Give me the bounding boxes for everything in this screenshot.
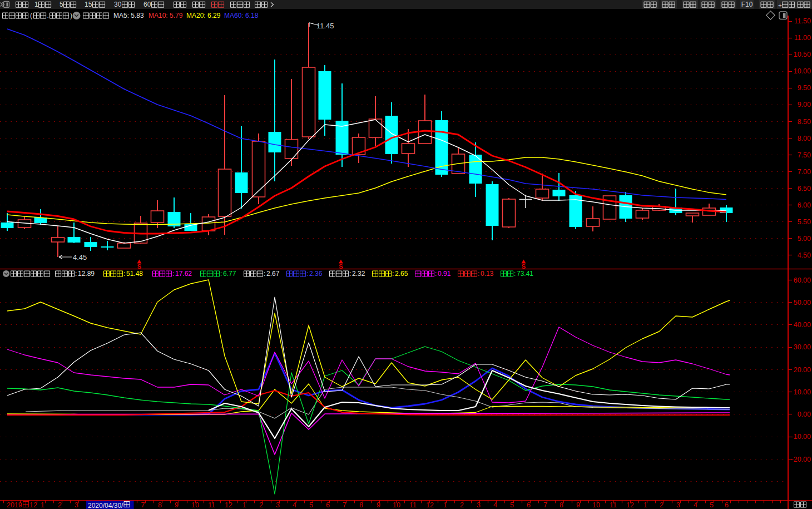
svg-text:4.45: 4.45 — [73, 253, 87, 261]
svg-text:6.00: 6.00 — [798, 201, 811, 209]
svg-text:7.50: 7.50 — [798, 151, 811, 159]
svg-text:MA10: 5.79: MA10: 5.79 — [148, 12, 183, 19]
svg-text:1: 1 — [41, 501, 44, 509]
svg-text:3: 3 — [676, 501, 680, 509]
svg-text:): ) — [70, 12, 72, 19]
svg-text:F10: F10 — [741, 1, 753, 8]
svg-text:0.00: 0.00 — [798, 411, 811, 418]
svg-text:6.50: 6.50 — [798, 185, 811, 192]
svg-text:6: 6 — [326, 501, 330, 509]
svg-text:10.00: 10.00 — [794, 67, 811, 75]
svg-text:73.41: 73.41 — [517, 270, 533, 278]
svg-text:4: 4 — [293, 501, 296, 509]
svg-text:2: 2 — [259, 501, 263, 509]
svg-text:15: 15 — [85, 1, 92, 8]
svg-text:60: 60 — [143, 1, 151, 8]
svg-text:12.89: 12.89 — [78, 270, 95, 278]
svg-text:5: 5 — [309, 501, 313, 509]
svg-text::: : — [220, 270, 222, 278]
svg-text:10.50: 10.50 — [794, 51, 811, 58]
svg-text:4: 4 — [694, 501, 697, 509]
svg-text:3: 3 — [75, 501, 78, 509]
svg-text:12: 12 — [626, 501, 634, 509]
svg-text:9.50: 9.50 — [798, 84, 811, 92]
svg-text:8.00: 8.00 — [798, 135, 811, 142]
svg-text:4: 4 — [493, 501, 497, 509]
svg-text:1: 1 — [643, 501, 647, 509]
svg-text:8: 8 — [560, 501, 563, 509]
svg-text:9: 9 — [175, 501, 179, 509]
svg-text:2: 2 — [660, 501, 664, 509]
svg-text:7.00: 7.00 — [798, 168, 811, 176]
svg-text:0.91: 0.91 — [438, 270, 451, 278]
svg-text:10.00: 10.00 — [794, 388, 811, 396]
svg-text:17.62: 17.62 — [175, 270, 192, 278]
svg-text:2.32: 2.32 — [352, 270, 365, 278]
svg-text:10: 10 — [191, 501, 199, 509]
svg-text::: : — [435, 270, 437, 278]
svg-text:2019: 2019 — [7, 501, 22, 509]
svg-text:11: 11 — [208, 501, 215, 509]
svg-text:2: 2 — [460, 501, 464, 509]
svg-text:8: 8 — [359, 501, 363, 509]
svg-text::: : — [172, 270, 174, 278]
svg-text:1: 1 — [34, 1, 38, 8]
svg-text:51.48: 51.48 — [126, 270, 143, 278]
svg-text:11: 11 — [409, 501, 417, 509]
svg-text:(: ( — [30, 12, 32, 19]
svg-text:5: 5 — [710, 501, 714, 509]
svg-text:1: 1 — [443, 501, 447, 509]
svg-text:5.50: 5.50 — [798, 218, 811, 226]
svg-text:9: 9 — [576, 501, 580, 509]
svg-text:2: 2 — [58, 501, 62, 509]
svg-text:.: . — [47, 12, 49, 19]
svg-text:1: 1 — [242, 501, 246, 509]
svg-text:11.50: 11.50 — [794, 17, 811, 25]
svg-text:50.00: 50.00 — [794, 299, 811, 307]
svg-text:MA60: 6.18: MA60: 6.18 — [224, 12, 259, 19]
svg-text:11.00: 11.00 — [794, 34, 811, 42]
svg-text:12: 12 — [29, 501, 37, 509]
svg-text:MA5: 5.83: MA5: 5.83 — [113, 12, 144, 19]
svg-text:6: 6 — [527, 501, 531, 509]
svg-text:2.36: 2.36 — [309, 270, 323, 278]
svg-text:8.50: 8.50 — [798, 118, 811, 126]
svg-text:20.00: 20.00 — [794, 366, 811, 374]
svg-text:11: 11 — [610, 501, 617, 509]
svg-text:2.67: 2.67 — [266, 270, 280, 278]
svg-text:0.13: 0.13 — [481, 270, 494, 278]
svg-text:10: 10 — [592, 501, 600, 509]
svg-text:9: 9 — [377, 501, 380, 509]
svg-text:12: 12 — [426, 501, 434, 509]
svg-text:8: 8 — [158, 501, 162, 509]
svg-text:5: 5 — [510, 501, 514, 509]
svg-text::: : — [392, 270, 394, 278]
svg-text:+: + — [778, 2, 782, 9]
svg-text:7: 7 — [343, 501, 346, 509]
svg-text::: : — [514, 270, 516, 278]
svg-text::: : — [306, 270, 308, 278]
svg-text:-20.00: -20.00 — [791, 456, 811, 463]
svg-text::: : — [123, 270, 125, 278]
svg-text:-10.00: -10.00 — [791, 433, 811, 441]
svg-text:2.65: 2.65 — [395, 270, 408, 278]
svg-text::: : — [264, 270, 265, 278]
svg-text:7: 7 — [141, 501, 145, 509]
svg-text:11.45: 11.45 — [316, 22, 334, 30]
svg-text:6: 6 — [725, 501, 729, 509]
svg-text:3: 3 — [477, 501, 481, 509]
svg-text:4.50: 4.50 — [798, 251, 811, 259]
svg-text:9.00: 9.00 — [798, 101, 811, 108]
svg-text::: : — [349, 270, 351, 278]
svg-text:MA20: 6.29: MA20: 6.29 — [186, 12, 221, 19]
svg-text:7: 7 — [543, 501, 547, 509]
svg-text:2020/04/30/: 2020/04/30/ — [88, 502, 123, 509]
svg-text::: : — [75, 270, 77, 278]
svg-text:60.00: 60.00 — [794, 276, 811, 284]
svg-text:30.00: 30.00 — [794, 343, 811, 351]
svg-text:10: 10 — [393, 501, 400, 509]
svg-text:40.00: 40.00 — [794, 321, 811, 329]
svg-text::: : — [478, 270, 479, 278]
svg-text:30: 30 — [114, 1, 122, 8]
svg-text:5.00: 5.00 — [798, 235, 811, 243]
